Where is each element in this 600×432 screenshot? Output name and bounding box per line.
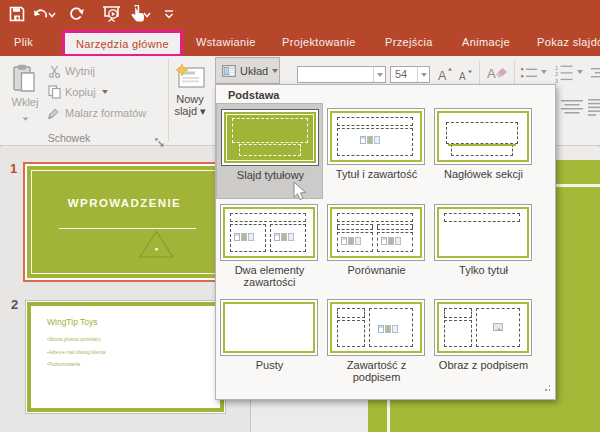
- layout-option-dwa-elementy-zawartosci[interactable]: Dwa elementy zawartości: [216, 199, 323, 295]
- justify-icon[interactable]: [588, 99, 600, 120]
- layout-label-text: Tylko tytuł: [436, 265, 531, 277]
- layout-label: Układ: [240, 65, 268, 77]
- gallery-header: Podstawa: [228, 89, 279, 101]
- format-painter-button[interactable]: Malarz formatów: [46, 104, 146, 122]
- font-size-value: 54: [395, 68, 407, 80]
- layout-option-tytul-i-zawartosc[interactable]: Tytuł i zawartość: [323, 103, 430, 199]
- tab-wstawianie[interactable]: Wstawianie: [186, 28, 266, 56]
- slide-2-bullets: Strona główna sprzedaży Adres e-mail obs…: [47, 336, 197, 374]
- svg-text:1: 1: [555, 64, 558, 70]
- layout-label-text: Tytuł i zawartość: [329, 169, 424, 181]
- layout-thumb-comparison: [327, 204, 425, 261]
- highlight-annotation-box: [62, 30, 183, 56]
- svg-text:A: A: [438, 69, 447, 83]
- small-separator: [514, 61, 515, 85]
- tab-projektowanie[interactable]: Projektowanie: [272, 28, 366, 56]
- slide-1-inner-border: [31, 170, 218, 274]
- layout-thumb-title-slide: [221, 109, 319, 166]
- layout-label-text: Dwa elementy zawartości: [222, 265, 317, 288]
- slide-2-thumbnail[interactable]: WingTip Toys Strona główna sprzedaży Adr…: [25, 300, 226, 414]
- title-bar: [0, 0, 600, 28]
- customize-qat-icon[interactable]: [158, 3, 180, 25]
- layout-dropdown-icon: [272, 69, 278, 73]
- layout-option-pusty[interactable]: Pusty: [216, 294, 323, 390]
- layout-label-text: Porównanie: [329, 265, 424, 277]
- mouse-cursor: [293, 181, 309, 206]
- svg-text:2: 2: [555, 71, 558, 77]
- clipboard-group-label: Schowek: [36, 132, 102, 144]
- new-slide-label-2: slajd ▾: [169, 105, 211, 117]
- numbering-dropdown-icon[interactable]: [577, 70, 583, 74]
- copy-dropdown-icon[interactable]: [102, 90, 108, 94]
- indent-button[interactable]: [591, 65, 600, 81]
- layout-option-obraz-z-podpisem[interactable]: Obraz z podpisem: [430, 294, 537, 390]
- layout-option-porownanie[interactable]: Porównanie: [323, 199, 430, 295]
- cut-icon: [46, 63, 62, 79]
- touch-mode-dropdown-icon[interactable]: [143, 12, 151, 20]
- paste-icon: [12, 64, 38, 94]
- ribbon-tab-row: Plik Narzędzia główne Wstawianie Projekt…: [0, 28, 600, 56]
- layout-label-text: Nagłówek sekcji: [436, 169, 531, 181]
- copy-button[interactable]: Kopiuj: [46, 83, 108, 101]
- layout-option-naglowek-sekcji[interactable]: Nagłówek sekcji: [430, 103, 537, 199]
- save-icon[interactable]: [6, 3, 28, 25]
- clear-formatting-button[interactable]: A: [486, 63, 508, 83]
- font-size-combobox[interactable]: 54: [390, 66, 430, 83]
- layout-thumb-picture-caption: [434, 299, 532, 356]
- slide-1-number: 1: [10, 161, 17, 176]
- tab-plik[interactable]: Plik: [4, 28, 43, 56]
- clipboard-dialog-launcher-icon[interactable]: [155, 134, 165, 144]
- redo-icon[interactable]: [66, 3, 88, 25]
- font-name-combobox[interactable]: [297, 66, 386, 83]
- layout-gallery-dropdown: Podstawa Slajd tytułowy Tytuł i zawartoś…: [215, 84, 556, 400]
- slide-1-thumbnail[interactable]: WPROWADZENIE: [23, 162, 226, 282]
- gallery-resize-handle[interactable]: [542, 383, 551, 391]
- svg-text:3: 3: [555, 77, 558, 83]
- new-slide-icon: [175, 64, 205, 90]
- tab-animacje[interactable]: Animacje: [452, 28, 520, 56]
- slide-2-title: WingTip Toys: [47, 317, 98, 327]
- layout-option-zawartosc-z-podpisem[interactable]: Zawartość z podpisem: [323, 294, 430, 390]
- layout-icon: [222, 65, 236, 77]
- numbering-button[interactable]: 123: [554, 63, 574, 83]
- cut-label: Wytnij: [65, 65, 95, 77]
- tab-pokaz-slajdow[interactable]: Pokaz slajdów: [527, 28, 600, 56]
- layout-thumb-title-content: [327, 108, 425, 165]
- grow-font-button[interactable]: A: [436, 64, 454, 84]
- undo-dropdown-icon[interactable]: [48, 12, 56, 20]
- layout-option-tylko-tytul[interactable]: Tylko tytuł: [430, 199, 537, 295]
- powerpoint-window: Plik Narzędzia główne Wstawianie Projekt…: [0, 0, 600, 432]
- cut-button[interactable]: Wytnij: [46, 62, 95, 80]
- format-painter-label: Malarz formatów: [65, 107, 146, 119]
- picture-icon: [493, 323, 503, 331]
- start-slideshow-icon[interactable]: [100, 3, 122, 25]
- copy-icon: [46, 84, 62, 100]
- layout-thumb-two-content: [220, 204, 318, 261]
- shrink-font-button[interactable]: A: [457, 66, 473, 84]
- paste-label: Wklej: [4, 96, 46, 108]
- align-center-icon[interactable]: [561, 100, 584, 119]
- svg-text:A: A: [487, 66, 496, 81]
- new-slide-button[interactable]: Nowy slajd ▾: [169, 58, 211, 140]
- bullets-dropdown-icon[interactable]: [541, 70, 547, 74]
- layout-thumb-title-only: [434, 204, 532, 261]
- svg-text:A: A: [459, 71, 466, 82]
- format-painter-icon: [46, 105, 62, 121]
- copy-label: Kopiuj: [65, 86, 96, 98]
- slide-2-preview: WingTip Toys Strona główna sprzedaży Adr…: [27, 302, 224, 412]
- layout-thumb-content-caption: [327, 299, 425, 356]
- slide-1-title: WPROWADZENIE: [27, 197, 222, 209]
- font-name-dropdown-icon[interactable]: [373, 67, 385, 82]
- slide-1-triangle-shape: [138, 230, 175, 259]
- new-slide-label-1: Nowy: [169, 93, 211, 105]
- font-size-dropdown-icon[interactable]: [417, 67, 429, 82]
- layout-label-text: Pusty: [222, 360, 317, 372]
- tab-przejscia[interactable]: Przejścia: [375, 28, 443, 56]
- bullets-button[interactable]: [520, 65, 538, 81]
- small-separator: [479, 61, 480, 85]
- layout-thumb-section-header: [434, 108, 532, 165]
- layout-button[interactable]: Układ: [215, 57, 280, 84]
- layout-label-text: Obraz z podpisem: [436, 360, 531, 372]
- paste-button[interactable]: Wklej: [4, 58, 46, 140]
- slide-1-preview: WPROWADZENIE: [27, 166, 222, 278]
